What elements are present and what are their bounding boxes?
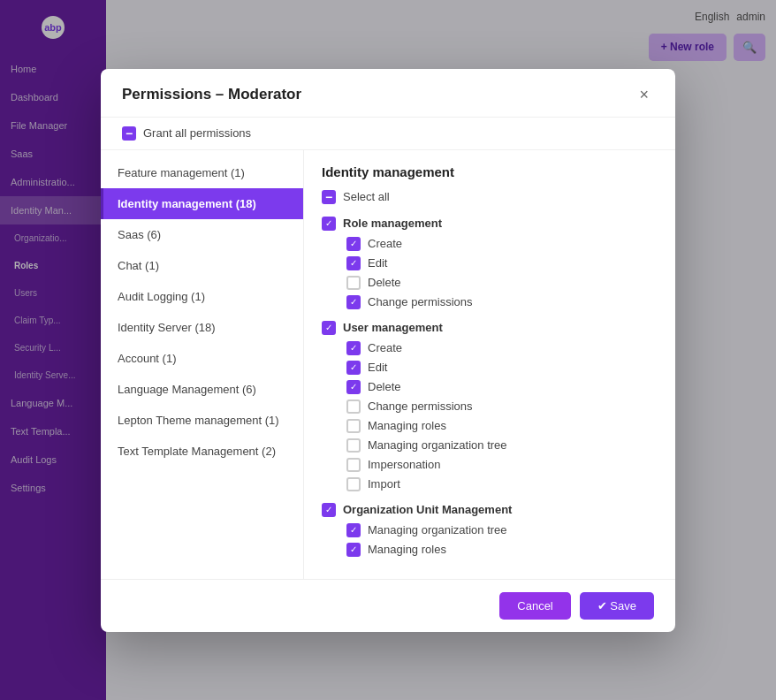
perm-item-user-managing-org-tree: Managing organization tree [346,436,658,455]
org-unit-management-checkbox[interactable]: ✓ [322,503,336,517]
perm-group-role-management: ✓ Role management ✓ Create ✓ Edit [322,213,658,312]
perm-item-user-import: Import [346,475,658,494]
left-item-audit-logging[interactable]: Audit Logging (1) [101,281,303,312]
user-management-children: ✓ Create ✓ Edit ✓ Delete [322,339,658,494]
role-management-children: ✓ Create ✓ Edit Delete [322,234,658,312]
user-create-label: Create [368,341,402,354]
role-create-label: Create [368,237,402,250]
perm-item-role-edit: ✓ Edit [346,254,658,273]
user-management-header[interactable]: ✓ User management [322,317,658,339]
user-edit-label: Edit [368,361,387,374]
user-change-permissions-checkbox[interactable] [346,399,361,414]
modal-header: Permissions – Moderator × [101,69,675,118]
modal-footer: Cancel ✔ Save [101,579,675,632]
perm-item-org-managing-tree: ✓ Managing organization tree [346,521,658,540]
org-managing-tree-label: Managing organization tree [368,523,507,536]
org-unit-management-label: Organization Unit Management [343,503,512,516]
right-panel-title: Identity management [322,164,658,179]
modal-overlay: Permissions – Moderator × − Grant all pe… [0,0,776,700]
user-delete-checkbox[interactable]: ✓ [346,380,361,394]
user-impersonation-label: Impersonation [368,458,440,471]
select-all-row: − Select all [322,190,658,204]
perm-group-user-management: ✓ User management ✓ Create ✓ Edit [322,317,658,494]
modal-body: Feature management (1) Identity manageme… [101,150,675,579]
user-delete-label: Delete [368,380,401,393]
org-managing-roles-checkbox[interactable]: ✓ [346,543,361,557]
role-create-checkbox[interactable]: ✓ [346,237,361,251]
user-import-label: Import [368,477,400,491]
user-management-label: User management [343,321,443,334]
user-impersonation-checkbox[interactable] [346,458,361,472]
select-all-checkbox[interactable]: − [322,190,336,204]
left-item-chat[interactable]: Chat (1) [101,250,303,281]
perm-group-org-unit-management: ✓ Organization Unit Management ✓ Managin… [322,499,658,559]
user-import-checkbox[interactable] [346,477,361,491]
modal-title: Permissions – Moderator [122,86,301,103]
user-change-permissions-label: Change permissions [368,399,473,413]
perm-item-role-change-permissions: ✓ Change permissions [346,293,658,312]
org-unit-management-header[interactable]: ✓ Organization Unit Management [322,499,658,521]
org-managing-roles-label: Managing roles [368,543,446,556]
role-management-header[interactable]: ✓ Role management [322,213,658,234]
role-management-checkbox[interactable]: ✓ [322,217,336,231]
user-managing-org-tree-checkbox[interactable] [346,438,361,453]
perm-item-user-change-permissions: Change permissions [346,397,658,416]
user-managing-roles-checkbox[interactable] [346,419,361,433]
org-unit-management-children: ✓ Managing organization tree ✓ Managing … [322,521,658,559]
perm-item-user-impersonation: Impersonation [346,455,658,475]
grant-all-checkbox[interactable]: − [122,126,136,141]
perm-item-user-delete: ✓ Delete [346,377,658,397]
user-management-checkbox[interactable]: ✓ [322,321,336,335]
left-item-account[interactable]: Account (1) [101,343,303,374]
save-button[interactable]: ✔ Save [580,592,654,620]
user-edit-checkbox[interactable]: ✓ [346,361,361,375]
perm-item-role-delete: Delete [346,273,658,293]
left-item-language-management[interactable]: Language Management (6) [101,374,303,405]
perm-item-user-edit: ✓ Edit [346,358,658,377]
perm-item-user-create: ✓ Create [346,339,658,358]
role-management-label: Role management [343,217,442,230]
grant-all-label: Grant all permissions [143,126,251,140]
perm-item-role-create: ✓ Create [346,234,658,254]
select-all-label[interactable]: Select all [343,190,390,203]
user-managing-roles-label: Managing roles [368,419,446,432]
left-item-lepton-theme[interactable]: Lepton Theme management (1) [101,405,303,436]
role-delete-label: Delete [368,276,401,289]
left-item-feature-management[interactable]: Feature management (1) [101,157,303,188]
org-managing-tree-checkbox[interactable]: ✓ [346,523,361,537]
user-create-checkbox[interactable]: ✓ [346,341,361,355]
left-item-saas[interactable]: Saas (6) [101,219,303,250]
perm-item-user-managing-roles: Managing roles [346,416,658,436]
left-item-text-template[interactable]: Text Template Management (2) [101,436,303,467]
perm-item-org-managing-roles: ✓ Managing roles [346,540,658,559]
role-delete-checkbox[interactable] [346,276,361,290]
role-change-permissions-checkbox[interactable]: ✓ [346,295,361,309]
right-panel: Identity management − Select all ✓ Role … [304,150,675,579]
left-item-identity-management[interactable]: Identity management (18) [101,188,303,219]
permissions-modal: Permissions – Moderator × − Grant all pe… [101,69,675,632]
grant-all-bar: − Grant all permissions [101,118,675,150]
close-button[interactable]: × [634,85,654,104]
user-managing-org-tree-label: Managing organization tree [368,438,507,452]
role-edit-label: Edit [368,256,387,270]
role-edit-checkbox[interactable]: ✓ [346,256,361,270]
left-panel: Feature management (1) Identity manageme… [101,150,304,579]
left-item-identity-server[interactable]: Identity Server (18) [101,312,303,343]
cancel-button[interactable]: Cancel [499,592,570,620]
role-change-permissions-label: Change permissions [368,295,473,308]
